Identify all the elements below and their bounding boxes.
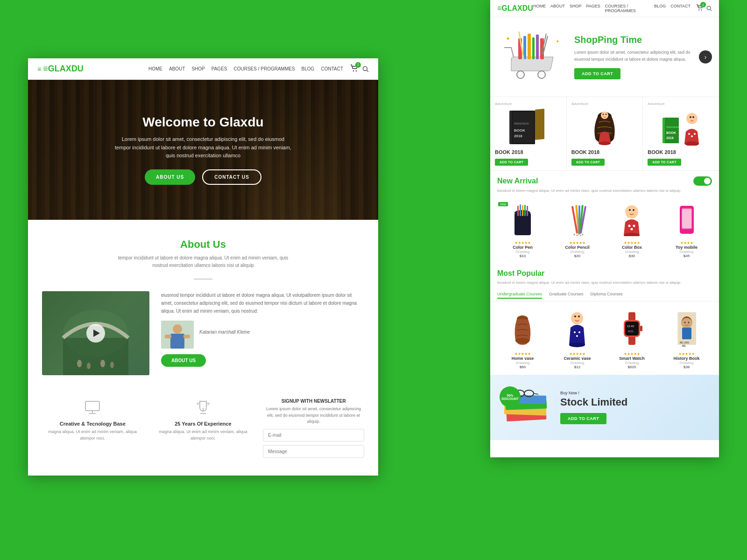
person-svg (161, 321, 194, 349)
popular-price-0: $60 (497, 365, 548, 369)
right-nav-pages[interactable]: PAGES (586, 4, 600, 13)
svg-rect-65 (517, 206, 519, 216)
svg-point-25 (517, 71, 524, 78)
person-name: Katarian marshall Kleine (199, 328, 250, 336)
svg-point-48 (603, 113, 604, 115)
hero-section: Welcome to Glaxdu Lorem ipsum dolor sit … (28, 80, 378, 220)
newsletter-message-input[interactable] (263, 445, 364, 458)
logo-prefix: ≡GLAX (43, 64, 71, 73)
features-section: Creative & Tecnology Base magna aliqua. … (28, 389, 378, 476)
arrival-stars-2: ★★★★★ (606, 241, 657, 245)
product-name-1: BOOK 2018 (571, 149, 638, 155)
feature-item-1: 25 Years Of Experience magna aliqua. Ut … (153, 399, 254, 462)
pencils-svg (564, 203, 590, 236)
right-panel: ≡GLAXDU HOME ABOUT SHOP PAGES COURSES / … (490, 0, 719, 457)
nav-home[interactable]: HOME (148, 66, 162, 71)
add-to-cart-button-1[interactable]: ADD TO CART (571, 159, 605, 166)
nav-contact[interactable]: CONTACT (321, 66, 343, 71)
left-nav-icons: 2 (350, 64, 369, 74)
right-nav-courses[interactable]: COURSES / PROGRAMMES (605, 4, 649, 13)
about-video[interactable] (42, 291, 149, 375)
play-button[interactable] (86, 324, 105, 343)
svg-point-81 (629, 209, 631, 211)
features-grid: Creative & Tecnology Base magna aliqua. … (42, 399, 364, 462)
stock-add-to-cart-button[interactable]: ADD TO CART (560, 413, 606, 424)
feature-icon-1 (194, 399, 212, 417)
svg-rect-31 (536, 35, 539, 59)
svg-point-60 (688, 133, 690, 135)
right-nav-shop[interactable]: SHOP (570, 4, 582, 13)
svg-point-85 (631, 228, 633, 231)
nav-pages[interactable]: PAGES (211, 66, 227, 71)
discount-badge: 50% DISCOUNT (500, 386, 521, 407)
add-to-cart-button-0[interactable]: ADD TO CART (495, 159, 528, 166)
arrival-stars-1: ★★★★★ (552, 241, 603, 245)
svg-point-61 (691, 135, 693, 137)
stock-info: Buy Now ! Stock Limited ADD TO CART (553, 391, 712, 424)
nav-blog[interactable]: BLOG (302, 66, 315, 71)
svg-line-122 (534, 393, 538, 394)
new-arrival-description: tincidunt in lorem magna aliqua. Ut enim… (490, 188, 719, 197)
popular-name-2: Smart Watch (606, 356, 657, 361)
svg-text:12:45: 12:45 (627, 325, 634, 328)
about-text-area: eiusmod tempor incididunt ut labore et d… (161, 291, 364, 367)
shopping-add-to-cart-button[interactable]: ADD TO CART (574, 68, 620, 79)
svg-rect-15 (183, 335, 190, 338)
right-nav-contact[interactable]: CONTACT (670, 4, 691, 13)
nav-shop[interactable]: SHOP (191, 66, 204, 71)
most-popular-grid: ★★★★★ Home vase Drawing $60 ★★ (490, 304, 719, 375)
svg-point-26 (538, 71, 545, 78)
newsletter-email-input[interactable] (263, 429, 364, 441)
hero-buttons: ABOUT US CONTACT US (114, 169, 292, 185)
svg-point-90 (685, 229, 688, 232)
arrival-name-0: Color Pen (497, 245, 548, 250)
stock-banner: 50% DISCOUNT Buy Now ! Stock Limited ADD… (490, 375, 719, 440)
newsletter-feature-title: SIGNUP WITH NEWSLATTER (263, 399, 364, 404)
phone-svg (674, 203, 699, 236)
arrival-sub-2: Drawing (606, 250, 657, 254)
svg-point-50 (599, 141, 611, 145)
new-arrival-toggle[interactable] (693, 176, 712, 186)
right-nav-home[interactable]: HOME (533, 4, 546, 13)
arrival-stars-3: ★★★★ (661, 241, 712, 245)
book-svg-0: Adventure BOOK 2018 (507, 108, 549, 146)
nav-courses[interactable]: COURSES / PROGRAMMES (233, 66, 295, 71)
most-popular-header: Most Popular (490, 264, 719, 280)
right-nav-blog[interactable]: BLOG (654, 4, 666, 13)
feature-icon-0 (83, 399, 102, 417)
svg-point-12 (173, 324, 182, 334)
hero-contact-button[interactable]: CONTACT US (202, 169, 261, 185)
search-icon[interactable] (362, 66, 369, 72)
arrival-image-0: new (497, 201, 548, 238)
product-name-0: BOOK 2018 (495, 149, 562, 155)
next-arrow[interactable]: › (699, 50, 712, 63)
svg-point-8 (87, 363, 91, 369)
feature-text-1: magna aliqua. Ut enim ad minim veniam, a… (153, 429, 254, 441)
svg-rect-14 (165, 335, 171, 338)
right-logo: ≡GLAXDU (497, 4, 533, 13)
computer-icon (84, 399, 101, 416)
product-badge-1: Adventure (571, 102, 638, 106)
svg-point-47 (601, 112, 608, 119)
cart-icon-wrap[interactable]: 2 (350, 64, 359, 74)
tab-graduate[interactable]: Graduate Courses (549, 292, 584, 299)
product-badge-2: Adventure (648, 102, 714, 106)
add-to-cart-button-2[interactable]: ADD TO CART (648, 159, 681, 166)
right-cart-icon-wrap[interactable]: 2 (696, 4, 704, 13)
newsletter-feature-desc: Lorem ipsum dolor sit amet, consectetur … (263, 406, 364, 425)
about-button-sm[interactable]: ABOUT US (161, 354, 206, 367)
new-arrival-header: New Arrival (490, 171, 719, 188)
logo-suffix: DU (71, 64, 84, 73)
popular-sub-2: Drawing (606, 361, 657, 365)
hero-about-button[interactable]: ABOUT US (145, 169, 195, 185)
tab-diploma[interactable]: Diploma Courses (591, 292, 623, 299)
left-logo: ≡≡GLAXDU (37, 64, 84, 74)
feature-title-0: Creative & Tecnology Base (42, 421, 143, 427)
right-search-icon[interactable] (706, 6, 712, 11)
nav-about[interactable]: ABOUT (169, 66, 185, 71)
right-nav-about[interactable]: ABOUT (550, 4, 565, 13)
tab-undergraduate[interactable]: Undergraduate Courses (497, 292, 542, 299)
ceramic-doll-svg (564, 310, 590, 347)
svg-point-80 (625, 205, 638, 218)
right-navbar: ≡GLAXDU HOME ABOUT SHOP PAGES COURSES / … (490, 0, 719, 17)
